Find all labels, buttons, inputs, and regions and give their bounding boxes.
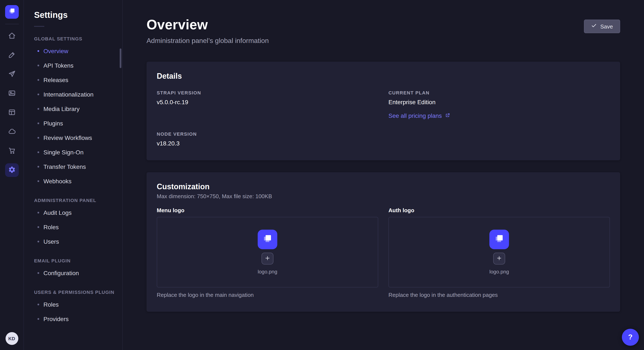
menu-logo-add-button[interactable] bbox=[262, 253, 274, 265]
rail-divider bbox=[5, 24, 18, 24]
subnav-item-up-roles[interactable]: Roles bbox=[34, 297, 119, 312]
section-label-email-plugin: EMAIL PLUGIN bbox=[34, 258, 119, 263]
strapi-version-value: v5.0.0-rc.19 bbox=[157, 99, 378, 105]
menu-logo-hint: Replace the logo in the main navigation bbox=[157, 292, 378, 298]
auth-logo-add-button[interactable] bbox=[493, 253, 505, 265]
bullet-icon bbox=[38, 166, 39, 168]
main-nav-rail: KD bbox=[0, 0, 24, 350]
auth-logo-dropzone[interactable]: logo.png bbox=[388, 217, 610, 288]
strapi-mark-icon bbox=[493, 233, 505, 246]
subnav-item-label: Media Library bbox=[44, 105, 80, 112]
subnav-item-label: Plugins bbox=[44, 120, 63, 127]
bullet-icon bbox=[38, 65, 39, 66]
rail-item-settings[interactable] bbox=[5, 163, 18, 177]
pricing-link-label: See all pricing plans bbox=[388, 112, 442, 119]
current-plan-value: Enterprise Edition bbox=[388, 99, 610, 105]
auth-logo-label: Auth logo bbox=[388, 207, 610, 213]
question-mark-icon: ? bbox=[628, 333, 633, 342]
bullet-icon bbox=[38, 50, 39, 52]
subnav-item-label: Roles bbox=[44, 301, 59, 308]
user-avatar[interactable]: KD bbox=[5, 332, 18, 345]
auth-logo-filename: logo.png bbox=[490, 269, 509, 275]
node-version-value: v18.20.3 bbox=[157, 140, 378, 147]
rail-item-cloud[interactable] bbox=[5, 125, 18, 139]
menu-logo-dropzone[interactable]: logo.png bbox=[157, 217, 378, 288]
pencil-icon bbox=[8, 51, 16, 60]
subnav-item-overview[interactable]: Overview bbox=[34, 44, 119, 58]
bullet-icon bbox=[38, 180, 39, 182]
customization-card: Customization Max dimension: 750×750, Ma… bbox=[146, 172, 620, 312]
subnav-item-label: Webhooks bbox=[44, 178, 72, 184]
subnav-item-media-library[interactable]: Media Library bbox=[34, 102, 119, 116]
subnav-item-up-providers[interactable]: Providers bbox=[34, 312, 119, 326]
rail-item-media-library[interactable] bbox=[5, 87, 18, 100]
details-card-title: Details bbox=[157, 72, 610, 81]
page-subtitle: Administration panel’s global informatio… bbox=[146, 37, 269, 45]
subnav-item-label: Review Workflows bbox=[44, 134, 92, 141]
subnav-item-releases[interactable]: Releases bbox=[34, 73, 119, 87]
subnav-item-label: Configuration bbox=[44, 270, 79, 276]
bullet-icon bbox=[38, 241, 39, 242]
strapi-logo[interactable] bbox=[5, 5, 18, 19]
subnav-item-webhooks[interactable]: Webhooks bbox=[34, 174, 119, 188]
section-label-users-permissions-plugin: USERS & PERMISSIONS PLUGIN bbox=[34, 290, 119, 295]
rail-item-deploy[interactable] bbox=[5, 68, 18, 81]
auth-logo-preview bbox=[490, 230, 509, 249]
help-button[interactable]: ? bbox=[622, 329, 639, 346]
menu-logo-filename: logo.png bbox=[258, 269, 277, 275]
rail-item-home[interactable] bbox=[5, 29, 18, 43]
rail-item-marketplace[interactable] bbox=[5, 106, 18, 120]
subnav-title-divider bbox=[34, 26, 44, 27]
subnav-item-internationalization[interactable]: Internationalization bbox=[34, 87, 119, 102]
subnav-item-audit-logs[interactable]: Audit Logs bbox=[34, 205, 119, 220]
cloud-icon bbox=[8, 127, 16, 136]
subnav-scrollbar[interactable] bbox=[120, 48, 122, 68]
bullet-icon bbox=[38, 304, 39, 305]
details-grid: STRAPI VERSION v5.0.0-rc.19 CURRENT PLAN… bbox=[157, 90, 610, 147]
subnav-item-api-tokens[interactable]: API Tokens bbox=[34, 58, 119, 73]
menu-logo-preview bbox=[258, 230, 277, 249]
node-version-label: NODE VERSION bbox=[157, 131, 378, 137]
external-link-icon bbox=[445, 112, 450, 119]
menu-logo-label: Menu logo bbox=[157, 207, 378, 213]
subnav-item-review-workflows[interactable]: Review Workflows bbox=[34, 131, 119, 145]
settings-gear-icon bbox=[8, 166, 16, 175]
rail-item-purchases[interactable] bbox=[5, 144, 18, 158]
bullet-icon bbox=[38, 212, 39, 213]
subnav-item-label: Audit Logs bbox=[44, 209, 72, 216]
main-content: Overview Administration panel’s global i… bbox=[123, 0, 644, 350]
strapi-version-field: STRAPI VERSION v5.0.0-rc.19 bbox=[157, 90, 378, 120]
subnav-item-email-configuration[interactable]: Configuration bbox=[34, 266, 119, 280]
rail-item-content-builder[interactable] bbox=[5, 48, 18, 62]
bullet-icon bbox=[38, 137, 39, 139]
subnav-item-single-sign-on[interactable]: Single Sign-On bbox=[34, 145, 119, 160]
avatar-initials: KD bbox=[8, 336, 15, 341]
section-label-global-settings: GLOBAL SETTINGS bbox=[34, 36, 119, 41]
save-button[interactable]: Save bbox=[584, 19, 620, 33]
bullet-icon bbox=[38, 226, 39, 228]
subnav-item-plugins[interactable]: Plugins bbox=[34, 116, 119, 131]
strapi-mark-icon bbox=[262, 233, 274, 246]
auth-logo-hint: Replace the logo in the authentication p… bbox=[388, 292, 610, 298]
save-button-label: Save bbox=[600, 23, 613, 29]
bullet-icon bbox=[38, 151, 39, 153]
subnav-item-label: Internationalization bbox=[44, 91, 94, 98]
home-icon bbox=[8, 32, 16, 41]
paper-plane-icon bbox=[8, 70, 16, 79]
bullet-icon bbox=[38, 108, 39, 110]
subnav-item-admin-users[interactable]: Users bbox=[34, 234, 119, 249]
subnav-item-label: Overview bbox=[44, 48, 68, 54]
pricing-plans-link[interactable]: See all pricing plans bbox=[388, 112, 450, 119]
bullet-icon bbox=[38, 272, 39, 274]
page-header-text: Overview Administration panel’s global i… bbox=[146, 17, 269, 45]
subnav-item-transfer-tokens[interactable]: Transfer Tokens bbox=[34, 160, 119, 174]
settings-subnav: Settings GLOBAL SETTINGS Overview API To… bbox=[24, 0, 123, 350]
section-label-administration-panel: ADMINISTRATION PANEL bbox=[34, 198, 119, 203]
bullet-icon bbox=[38, 94, 39, 95]
subnav-item-admin-roles[interactable]: Roles bbox=[34, 220, 119, 234]
current-plan-field: CURRENT PLAN Enterprise Edition See all … bbox=[388, 90, 610, 120]
bullet-icon bbox=[38, 79, 39, 81]
media-library-icon bbox=[8, 89, 16, 98]
subnav-item-label: Providers bbox=[44, 316, 68, 322]
auth-logo-upload: Auth logo bbox=[388, 207, 610, 298]
